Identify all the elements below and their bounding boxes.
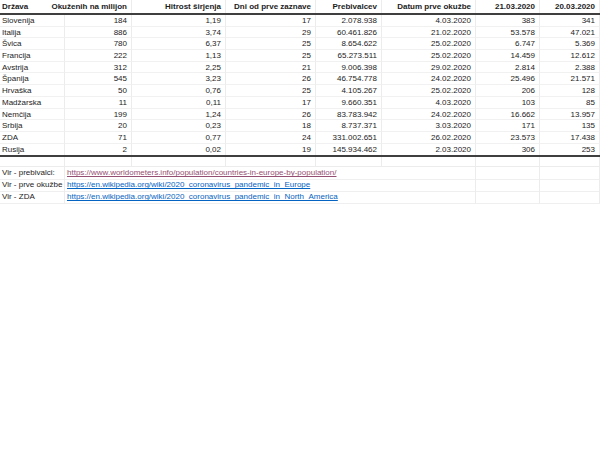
column-header-date-21-03-2020[interactable]: 21.03.2020: [476, 0, 540, 13]
empty-cell[interactable]: [65, 157, 132, 167]
data-cell[interactable]: 128: [540, 85, 600, 97]
data-cell[interactable]: 2.388: [540, 62, 600, 74]
data-cell[interactable]: 145.934.462: [316, 144, 382, 156]
data-cell[interactable]: 25: [226, 38, 316, 50]
data-cell[interactable]: 199: [65, 109, 132, 121]
data-cell[interactable]: 6,37: [132, 38, 226, 50]
data-cell[interactable]: 306: [476, 144, 540, 156]
data-cell[interactable]: 21: [226, 62, 316, 74]
country-cell[interactable]: Švica: [0, 38, 65, 50]
source-link-zda[interactable]: https://en.wikipedia.org/wiki/2020_coron…: [67, 192, 338, 201]
country-cell[interactable]: Španija: [0, 73, 65, 85]
data-cell[interactable]: 24.02.2020: [382, 109, 476, 121]
data-cell[interactable]: 135: [540, 120, 600, 132]
data-cell[interactable]: 14.459: [476, 50, 540, 62]
empty-cell[interactable]: [226, 157, 316, 167]
data-cell[interactable]: 341: [540, 15, 600, 27]
empty-cell[interactable]: [0, 157, 65, 167]
data-cell[interactable]: 103: [476, 97, 540, 109]
source-link-prve-okuzbe[interactable]: https://en.wikipedia.org/wiki/2020_coron…: [67, 180, 310, 189]
data-cell[interactable]: 47.021: [540, 27, 600, 39]
data-cell[interactable]: 3,23: [132, 73, 226, 85]
data-cell[interactable]: 8.737.371: [316, 120, 382, 132]
data-cell[interactable]: 8.654.622: [316, 38, 382, 50]
country-cell[interactable]: Francija: [0, 50, 65, 62]
data-cell[interactable]: 4.105.267: [316, 85, 382, 97]
data-cell[interactable]: 1,24: [132, 109, 226, 121]
data-cell[interactable]: 17: [226, 15, 316, 27]
data-cell[interactable]: 171: [476, 120, 540, 132]
country-cell[interactable]: Srbija: [0, 120, 65, 132]
data-cell[interactable]: 25: [226, 50, 316, 62]
data-cell[interactable]: 545: [65, 73, 132, 85]
data-cell[interactable]: 17.438: [540, 132, 600, 144]
data-cell[interactable]: 12.612: [540, 50, 600, 62]
data-cell[interactable]: 16.662: [476, 109, 540, 121]
data-cell[interactable]: 253: [540, 144, 600, 156]
data-cell[interactable]: 4.03.2020: [382, 15, 476, 27]
data-cell[interactable]: 886: [65, 27, 132, 39]
data-cell[interactable]: 3.03.2020: [382, 120, 476, 132]
data-cell[interactable]: 26: [226, 109, 316, 121]
column-header-hitrost-sirjenja[interactable]: Hitrost širjenja: [132, 0, 226, 13]
empty-cell[interactable]: [476, 157, 540, 167]
data-cell[interactable]: 17: [226, 97, 316, 109]
data-cell[interactable]: 23.573: [476, 132, 540, 144]
country-cell[interactable]: Italija: [0, 27, 65, 39]
data-cell[interactable]: 71: [65, 132, 132, 144]
data-cell[interactable]: 2.03.2020: [382, 144, 476, 156]
column-header-okuzenih-na-milijon[interactable]: Okuženih na milijon: [51, 2, 127, 11]
column-header-prebivalcev[interactable]: Prebivalcev: [316, 0, 382, 13]
data-cell[interactable]: 24: [226, 132, 316, 144]
empty-cell[interactable]: [316, 157, 382, 167]
data-cell[interactable]: 60.461.826: [316, 27, 382, 39]
data-cell[interactable]: 780: [65, 38, 132, 50]
data-cell[interactable]: 331.002.651: [316, 132, 382, 144]
data-cell[interactable]: 184: [65, 15, 132, 27]
data-cell[interactable]: 26: [226, 73, 316, 85]
country-cell[interactable]: Rusija: [0, 144, 65, 156]
empty-cell[interactable]: [132, 157, 226, 167]
data-cell[interactable]: 26.02.2020: [382, 132, 476, 144]
data-cell[interactable]: 19: [226, 144, 316, 156]
empty-cell[interactable]: [540, 191, 600, 204]
data-cell[interactable]: 25.02.2020: [382, 50, 476, 62]
country-cell[interactable]: Madžarska: [0, 97, 65, 109]
source-label-zda[interactable]: Vir - ZDA: [0, 191, 65, 204]
data-cell[interactable]: 20: [65, 120, 132, 132]
data-cell[interactable]: 0,23: [132, 120, 226, 132]
data-cell[interactable]: 13.957: [540, 109, 600, 121]
column-header-group-a-b[interactable]: DržavaOkuženih na milijon: [0, 0, 132, 13]
data-cell[interactable]: 24.02.2020: [382, 73, 476, 85]
data-cell[interactable]: 65.273.511: [316, 50, 382, 62]
data-cell[interactable]: 25: [226, 85, 316, 97]
data-cell[interactable]: 2: [65, 144, 132, 156]
data-cell[interactable]: 2.078.938: [316, 15, 382, 27]
data-cell[interactable]: 312: [65, 62, 132, 74]
data-cell[interactable]: 0,02: [132, 144, 226, 156]
data-cell[interactable]: 29: [226, 27, 316, 39]
data-cell[interactable]: 25.02.2020: [382, 85, 476, 97]
data-cell[interactable]: 83.783.942: [316, 109, 382, 121]
column-header-drzava[interactable]: Država: [2, 0, 28, 13]
data-cell[interactable]: 2,25: [132, 62, 226, 74]
data-cell[interactable]: 383: [476, 15, 540, 27]
data-cell[interactable]: 21.02.2020: [382, 27, 476, 39]
data-cell[interactable]: 2.814: [476, 62, 540, 74]
data-cell[interactable]: 1,19: [132, 15, 226, 27]
data-cell[interactable]: 6.747: [476, 38, 540, 50]
data-cell[interactable]: 0,77: [132, 132, 226, 144]
data-cell[interactable]: 21.571: [540, 73, 600, 85]
empty-cell[interactable]: [382, 157, 476, 167]
data-cell[interactable]: 206: [476, 85, 540, 97]
empty-cell[interactable]: [540, 157, 600, 167]
country-cell[interactable]: Nemčija: [0, 109, 65, 121]
data-cell[interactable]: 53.578: [476, 27, 540, 39]
column-header-datum-prve-okuzbe[interactable]: Datum prve okužbe: [382, 0, 476, 13]
data-cell[interactable]: 5.369: [540, 38, 600, 50]
country-cell[interactable]: Slovenija: [0, 15, 65, 27]
data-cell[interactable]: 0,11: [132, 97, 226, 109]
data-cell[interactable]: 18: [226, 120, 316, 132]
data-cell[interactable]: 3,74: [132, 27, 226, 39]
data-cell[interactable]: 29.02.2020: [382, 62, 476, 74]
